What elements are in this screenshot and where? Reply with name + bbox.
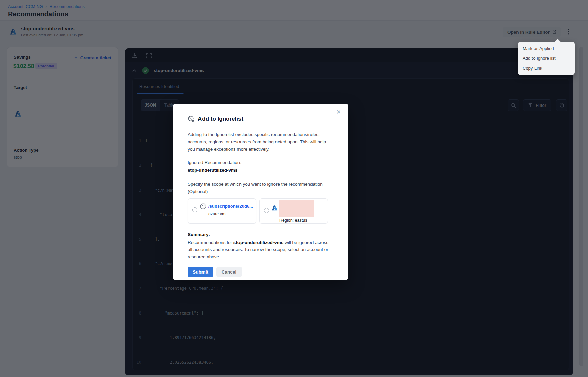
- ignorelist-modal: ✕ Add to Ignorelist Adding to the Ignore…: [173, 104, 348, 280]
- azure-icon: [271, 204, 278, 212]
- summary-pre: Recommendations for: [188, 240, 233, 245]
- context-menu: Mark as Applied Add to Ignore list Copy …: [518, 42, 575, 75]
- menu-item[interactable]: Mark as Applied: [518, 44, 575, 53]
- region-caption: Region: eastus: [279, 218, 307, 223]
- resource-type-text: azure.vm: [208, 212, 225, 216]
- resource-radio[interactable]: [192, 207, 197, 212]
- menu-item[interactable]: Copy Link: [518, 63, 575, 73]
- scope-option-region[interactable]: Region: eastus: [259, 198, 328, 224]
- redacted-account-block: [279, 200, 314, 217]
- scope-option-resource[interactable]: /subscriptions/20d6... azure.vm: [188, 198, 256, 224]
- modal-description: Adding to the Ignorelist excludes specif…: [188, 131, 334, 153]
- ignored-recommendation-value: stop-underutilized-vms: [188, 168, 334, 173]
- menu-item[interactable]: Add to Ignore list: [518, 53, 575, 63]
- summary-text: Recommendations for stop-underutilized-v…: [188, 239, 334, 261]
- screen: Account: CCM-NG › Recommendations Recomm…: [0, 0, 588, 377]
- region-radio[interactable]: [264, 208, 269, 213]
- ignored-recommendation-label: Ignored Recommendation:: [188, 160, 334, 165]
- modal-title: Add to Ignorelist: [198, 116, 243, 122]
- scope-label: Specify the scope at which you want to i…: [188, 181, 334, 195]
- summary-label: Summary:: [188, 232, 334, 237]
- resource-icon: [200, 203, 207, 210]
- summary-rule-name: stop-underutilized-vms: [233, 240, 284, 245]
- close-icon[interactable]: ✕: [336, 109, 341, 116]
- scope-options: /subscriptions/20d6... azure.vm Region: …: [188, 198, 334, 224]
- cancel-button[interactable]: Cancel: [216, 267, 242, 277]
- subscription-link[interactable]: /subscriptions/20d6...: [208, 204, 253, 209]
- submit-button[interactable]: Submit: [188, 267, 213, 277]
- ignore-icon: [188, 115, 195, 122]
